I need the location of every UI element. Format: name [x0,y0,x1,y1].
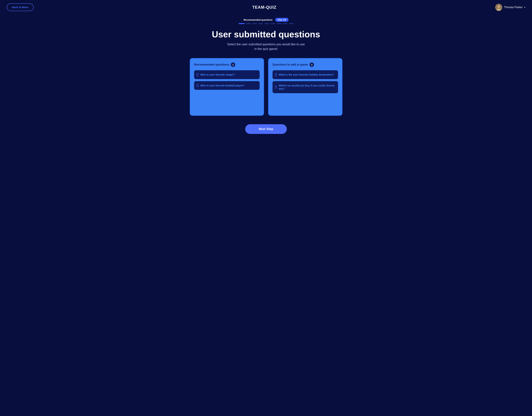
logo: TEAM-QUIZ [252,5,276,10]
progress-label: Recommended questions [244,19,272,21]
progress-dot-9 [289,23,294,24]
recommended-count-badge: 2 [231,62,235,67]
page-title: User submitted questions [212,29,320,39]
drag-icon [197,73,198,76]
progress-dot-8 [283,23,287,24]
add-to-game-card-header: Questions to add to game 2 [273,62,338,67]
progress-dot-4 [258,23,263,24]
add-to-game-card: Questions to add to game 2 What is the y… [268,58,342,116]
progress-dot-2 [246,23,251,24]
back-to-menu-button[interactable]: Back to Menu [7,3,34,11]
next-step-button[interactable]: Next Step [245,124,287,134]
page-subtitle: Select the user submitted questions you … [227,42,305,51]
add-to-game-count-badge: 2 [310,62,314,67]
svg-point-1 [497,5,500,8]
user-menu[interactable]: Thomas Parker ▾ [495,4,525,11]
list-item[interactable]: Who is your favorite singer? [194,70,260,79]
step-badge: Step 1/9 [275,18,288,22]
drag-icon [197,84,198,87]
list-item[interactable]: Who is your favorite football player? [194,81,260,90]
question-text: Which car would you buy, if you could ch… [279,84,336,90]
progress-dot-3 [252,23,257,24]
list-item[interactable]: What is the your favorite holiday destin… [273,70,338,79]
progress-dot-7 [277,23,281,24]
question-text: Who is your favorite singer? [200,73,235,76]
drag-icon [275,86,277,89]
progress-section: Recommended questions Step 1/9 [0,18,532,24]
progress-dots [238,23,294,24]
drag-icon [275,73,277,76]
recommended-card-title: Recommended questions [194,63,229,66]
progress-dot-6 [270,23,275,24]
progress-dot-1 [238,23,245,24]
recommended-question-list: Who is your favorite singer? Who is your… [194,70,260,90]
progress-dot-5 [264,23,269,24]
recommended-questions-card: Recommended questions 2 Who is your favo… [190,58,264,116]
recommended-card-header: Recommended questions 2 [194,62,260,67]
list-item[interactable]: Which car would you buy, if you could ch… [273,81,338,93]
header: Back to Menu TEAM-QUIZ Thomas Parker ▾ [0,0,532,14]
add-to-game-card-title: Questions to add to game [273,63,308,66]
main-content: User submitted questions Select the user… [0,24,532,139]
user-name: Thomas Parker [504,6,522,9]
add-to-game-question-list: What is the your favorite holiday destin… [273,70,338,93]
question-text: What is the your favorite holiday destin… [279,73,334,76]
question-text: Who is your favorite football player? [200,84,245,87]
chevron-down-icon: ▾ [524,6,525,9]
cards-container: Recommended questions 2 Who is your favo… [190,58,342,116]
progress-header: Recommended questions Step 1/9 [244,18,288,22]
avatar [495,4,502,11]
